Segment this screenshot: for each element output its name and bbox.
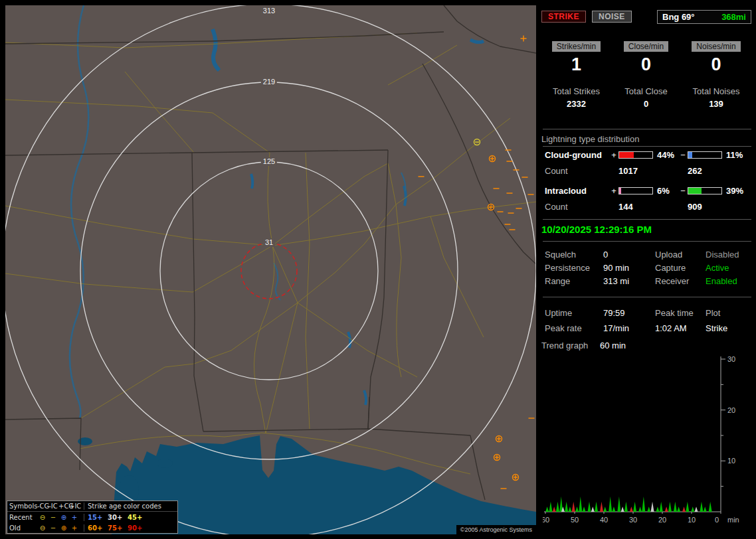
legend-type-neg-ic: -IC [48,502,58,510]
close-per-min-header[interactable]: Close/min [624,41,668,52]
rate-headers: Strikes/min Close/min Noises/min [541,41,751,52]
trend-graph-label: Trend graph [541,341,600,350]
recent-pos-cg-icon: ⊕ [58,514,69,521]
status-sidebar: STRIKE NOISE Bng 69° 368mi Strikes/min C… [541,5,751,534]
old-pos-cg-icon: ⊕ [58,524,69,532]
rate-values: 1 0 0 [541,54,751,75]
squelch-value: 0 [603,248,655,262]
peak-rate-value: 17/min [603,321,655,336]
capture-status: Active [706,262,752,275]
cg-positive-bar [618,151,653,159]
map-legend: Symbols -CG -IC +CG +IC Strike age color… [7,501,178,534]
range-ring-label-125: 125 [261,157,277,166]
ic-negative-count: 909 [688,202,723,212]
current-datetime: 10/20/2025 12:29:16 PM [541,224,751,235]
peak-time-value: 1:02 AM [655,321,706,336]
total-strikes-label: Total Strikes [541,86,611,96]
uptime-value: 79:59 [603,305,655,321]
bearing-range: 368mi [721,12,746,22]
total-close-label: Total Close [611,86,681,96]
ic-positive-count: 144 [618,202,654,212]
trend-graph-header: Trend graph 60 min [541,341,751,350]
age-code-15: 15+ [88,514,108,521]
cg-negative-pct: 11% [723,150,748,160]
intracloud-count-row: Count 144 909 [545,202,748,212]
svg-text:10: 10 [727,457,735,465]
age-code-45: 45+ [128,514,147,521]
svg-text:40: 40 [600,516,608,524]
minus-sign: − [678,186,688,196]
separator [543,129,751,129]
trend-graph: 3020106050403020100min [543,355,750,532]
noises-per-min-header[interactable]: Noises/min [692,41,740,52]
range-ring-label-313: 313 [261,7,277,15]
svg-text:20: 20 [727,406,735,414]
recent-neg-ic-icon: − [48,514,58,521]
legend-type-pos-ic: +IC [69,502,80,510]
distribution-title: Lightning type distribution [541,134,751,144]
plus-sign: + [609,150,618,160]
age-code-60: 60+ [88,524,108,532]
strikes-per-min-value: 1 [541,54,611,75]
cg-positive-count: 1017 [618,166,654,176]
noises-per-min-value: 0 [681,54,751,75]
svg-text:30: 30 [727,355,735,363]
ic-negative-bar [688,187,722,194]
intracloud-label: Intracloud [545,186,609,196]
svg-text:30: 30 [629,516,637,524]
session-grid: Uptime 79:59 Peak time Plot Peak rate 17… [545,305,752,336]
app-window: { "toolbar": { "strike": "STRIKE", "nois… [0,0,756,539]
legend-symbols-header: Symbols [9,502,37,510]
svg-text:50: 50 [571,516,579,524]
receiver-label: Receiver [655,275,706,288]
plot-label: Plot [706,305,752,321]
svg-text:min: min [727,516,739,524]
strikes-per-min-header[interactable]: Strikes/min [552,41,601,52]
separator [543,146,751,147]
uptime-label: Uptime [545,305,603,321]
upload-status: Disabled [706,248,752,262]
upload-label: Upload [655,248,706,262]
legend-age-codes-title: Strike age color codes [84,502,175,510]
range-label: Range [545,275,603,288]
cloud-ground-count-row: Count 1017 262 [545,166,748,176]
plus-sign: + [609,186,618,196]
old-neg-ic-icon: − [48,524,58,532]
total-labels: Total Strikes Total Close Total Noises [541,86,751,96]
copyright-notice: ©2005 Astrogenic Systems [456,525,536,534]
persistence-value: 90 min [603,262,655,275]
cg-negative-count: 262 [688,166,723,176]
bearing-indicator: Bng 69° 368mi [657,10,751,24]
total-strikes-value: 2332 [541,99,611,109]
age-code-90: 90+ [128,524,147,532]
noise-mode-button[interactable]: NOISE [592,11,632,23]
cg-negative-bar [688,151,722,159]
age-code-75: 75+ [108,524,128,532]
svg-text:10: 10 [688,516,696,524]
capture-label: Capture [655,262,706,275]
total-noises-label: Total Noises [681,86,751,96]
range-ring-label-219: 219 [261,78,277,86]
separator [543,241,751,242]
trend-window-value: 60 min [600,341,751,350]
plot-value: Strike [706,321,752,336]
bearing-label: Bng 69° [662,12,695,22]
cloud-ground-row: Cloud-ground + 44% − 11% [545,150,748,160]
ic-negative-pct: 39% [723,186,748,196]
toolbar: STRIKE NOISE Bng 69° 368mi [541,9,751,24]
legend-type-pos-cg: +CG [58,502,69,510]
ic-positive-pct: 6% [654,186,678,196]
squelch-label: Squelch [545,248,603,262]
legend-recent-label: Recent [9,514,37,521]
strike-mode-button[interactable]: STRIKE [541,11,586,23]
total-noises-value: 139 [681,99,751,109]
peak-time-label: Peak time [655,305,706,321]
count-label: Count [545,202,609,212]
lightning-map-panel[interactable]: 313 219 125 31 Symbols -CG -IC +CG +IC S… [5,5,536,534]
old-neg-cg-icon: ⊖ [37,524,48,532]
separator [543,219,751,220]
recent-neg-cg-icon: ⊖ [37,514,48,521]
ic-positive-bar [618,187,653,194]
persistence-label: Persistence [545,262,603,275]
total-close-value: 0 [611,99,681,109]
